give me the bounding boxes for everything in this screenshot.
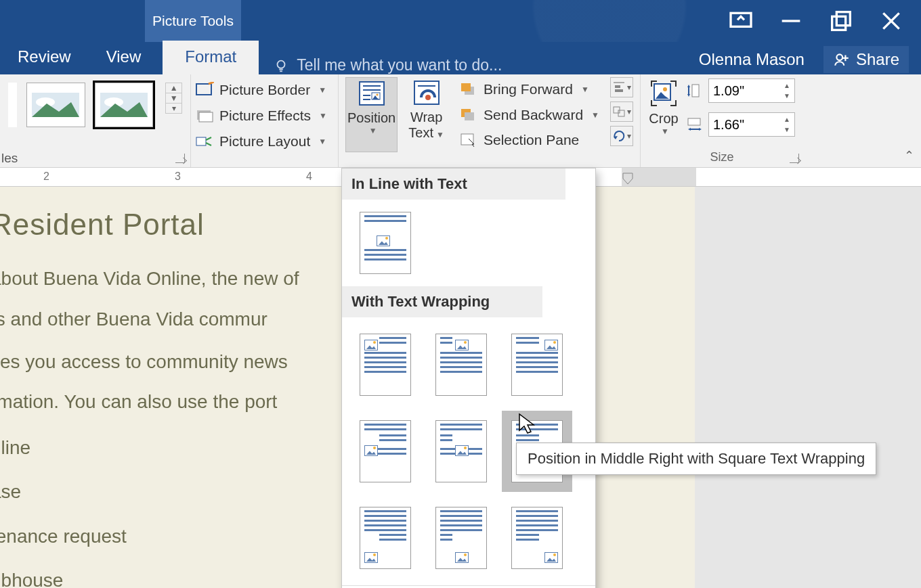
svg-point-24	[376, 93, 378, 95]
height-up[interactable]: ▲	[781, 81, 793, 91]
rotate-button[interactable]: ▾	[610, 126, 633, 146]
svg-rect-31	[461, 83, 471, 91]
styles-gallery[interactable]: ▲ ▼ ▾	[5, 78, 185, 131]
picture-border-button[interactable]: Picture Border▼	[195, 77, 334, 103]
send-backward-button[interactable]: Send Backward▼	[455, 103, 603, 127]
picture-effects-icon	[195, 108, 214, 124]
ruler-mark-4: 4	[306, 171, 312, 183]
styles-group-label: les	[1, 151, 18, 166]
minimize-button[interactable]	[777, 7, 805, 35]
selection-pane-label: Selection Pane	[484, 132, 579, 148]
tell-me-placeholder: Tell me what you want to do...	[297, 56, 502, 74]
mouse-cursor-icon	[517, 413, 538, 438]
position-tooltip: Position in Middle Right with Square Tex…	[516, 443, 876, 475]
position-middle-center[interactable]	[435, 420, 487, 482]
svg-rect-27	[414, 81, 439, 104]
wrap-text-label2: Text	[408, 125, 433, 140]
bring-forward-button[interactable]: Bring Forward▼	[455, 77, 603, 101]
group-icon	[612, 106, 626, 118]
position-section-inline-header: In Line with Text	[342, 168, 565, 200]
window-controls	[727, 0, 921, 42]
styles-dialog-launcher[interactable]	[175, 154, 185, 163]
tab-review[interactable]: Review	[0, 41, 89, 74]
rotate-icon	[612, 130, 626, 142]
position-top-right[interactable]	[511, 334, 563, 396]
height-row: 1.09" ▲▼	[685, 78, 795, 103]
align-button[interactable]: ▾	[610, 77, 633, 97]
crop-label: Crop	[649, 111, 678, 127]
lightbulb-icon	[274, 58, 288, 73]
width-row: 1.66" ▲▼	[685, 112, 795, 137]
picture-layout-label: Picture Layout	[219, 133, 310, 150]
ruler-mark-3: 3	[175, 171, 181, 183]
wrap-text-button[interactable]: Wrap Text▼	[400, 77, 452, 152]
position-top-left[interactable]	[360, 334, 411, 396]
width-input[interactable]: 1.66" ▲▼	[708, 112, 795, 137]
position-middle-left[interactable]	[360, 420, 411, 482]
ribbon: ▲ ▼ ▾ les Picture Border▼ Picture Effect…	[0, 74, 921, 168]
bring-forward-icon	[459, 81, 478, 97]
style-thumb-cut[interactable]	[8, 83, 17, 127]
more-layout-options[interactable]: More Layout Options...	[342, 585, 595, 588]
width-up[interactable]: ▲	[781, 114, 793, 125]
height-icon	[685, 83, 704, 99]
bring-forward-label: Bring Forward	[484, 81, 573, 97]
ribbon-tabs: Review View Format Tell me what you want…	[0, 42, 921, 74]
picture-effects-label: Picture Effects	[219, 108, 311, 124]
position-top-center[interactable]	[435, 334, 487, 396]
ribbon-display-options-icon[interactable]	[727, 7, 754, 35]
tab-view[interactable]: View	[89, 41, 159, 74]
picture-border-label: Picture Border	[219, 82, 310, 98]
svg-rect-34	[461, 134, 473, 145]
position-section-wrap-header: With Text Wrapping	[342, 286, 542, 317]
svg-point-6	[278, 60, 285, 68]
share-icon	[833, 51, 851, 68]
selection-pane-button[interactable]: Selection Pane	[455, 128, 603, 152]
tell-me-search[interactable]: Tell me what you want to do...	[274, 56, 502, 74]
contextual-tab-picture-tools: Picture Tools	[145, 0, 241, 42]
picture-layout-icon	[195, 133, 214, 150]
svg-rect-42	[692, 85, 699, 97]
indent-marker-icon[interactable]	[622, 172, 634, 185]
position-bottom-right[interactable]	[511, 507, 563, 569]
position-button[interactable]: Position ▼	[345, 77, 398, 152]
gallery-scroll-down[interactable]: ▼	[166, 93, 181, 104]
height-down[interactable]: ▼	[781, 91, 793, 101]
style-thumb-1[interactable]	[26, 83, 85, 127]
svg-rect-37	[615, 89, 623, 92]
user-name[interactable]: Olenna Mason	[699, 50, 805, 69]
picture-border-icon	[195, 82, 214, 98]
align-column: ▾ ▾ ▾	[606, 77, 633, 152]
svg-rect-44	[688, 118, 700, 125]
share-button[interactable]: Share	[823, 46, 909, 73]
tab-format[interactable]: Format	[163, 41, 259, 74]
selection-pane-icon	[459, 132, 478, 148]
gallery-scroll[interactable]: ▲ ▼ ▾	[165, 83, 182, 114]
picture-effects-button[interactable]: Picture Effects▼	[195, 103, 334, 129]
crop-button[interactable]: Crop ▼	[649, 78, 679, 136]
width-down[interactable]: ▼	[781, 125, 793, 135]
share-label: Share	[856, 50, 899, 69]
gallery-scroll-up[interactable]: ▲	[166, 83, 181, 93]
group-button[interactable]: ▾	[610, 101, 633, 122]
tooltip-text: Position in Middle Right with Square Tex…	[528, 450, 865, 467]
position-bottom-left[interactable]	[360, 507, 411, 569]
height-input[interactable]: 1.09" ▲▼	[708, 78, 795, 103]
size-dialog-launcher[interactable]	[790, 154, 799, 163]
style-thumb-2-selected[interactable]	[95, 83, 154, 127]
restore-button[interactable]	[828, 7, 855, 35]
position-bottom-center[interactable]	[435, 507, 487, 569]
close-button[interactable]	[878, 7, 905, 35]
picture-styles-group: ▲ ▼ ▾ les	[0, 74, 191, 167]
collapse-ribbon-icon[interactable]: ⌃	[904, 148, 914, 163]
ruler-mark-2: 2	[43, 171, 49, 183]
arrange-group: Position ▼ Wrap Text▼ Bring Forward▼ Sen…	[339, 74, 641, 167]
height-value: 1.09"	[713, 83, 744, 99]
position-inline-with-text[interactable]	[360, 212, 411, 274]
send-backward-label: Send Backward	[484, 107, 583, 123]
gallery-more[interactable]: ▾	[166, 104, 181, 113]
picture-layout-button[interactable]: Picture Layout▼	[195, 129, 334, 154]
svg-rect-36	[615, 85, 620, 88]
svg-rect-3	[836, 12, 850, 26]
svg-rect-16	[196, 84, 211, 95]
